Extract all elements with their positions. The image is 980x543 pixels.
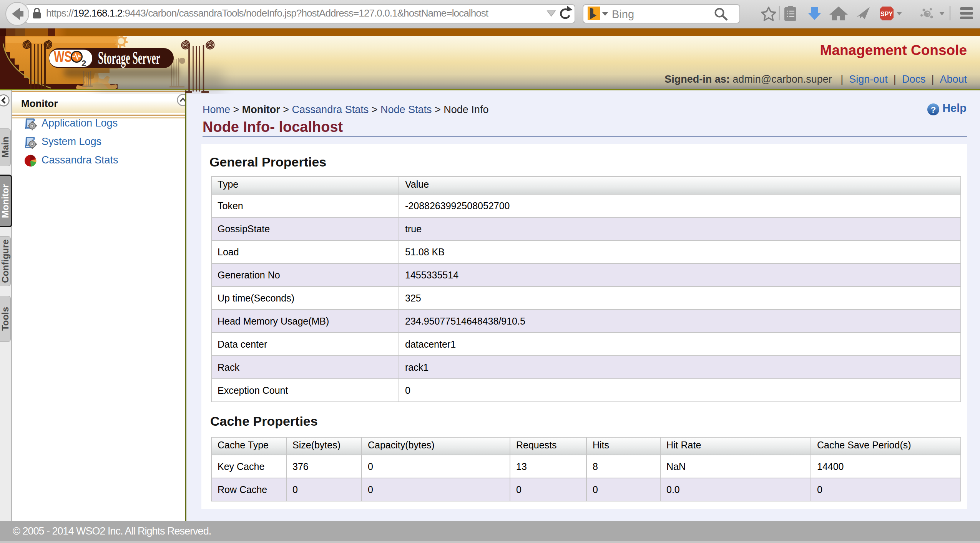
- svg-text:?: ?: [931, 105, 936, 115]
- svg-text:Storage Server: Storage Server: [98, 48, 160, 68]
- svg-text:SPY: SPY: [880, 11, 893, 17]
- svg-text:WS: WS: [54, 48, 72, 65]
- svg-text:2: 2: [81, 58, 86, 68]
